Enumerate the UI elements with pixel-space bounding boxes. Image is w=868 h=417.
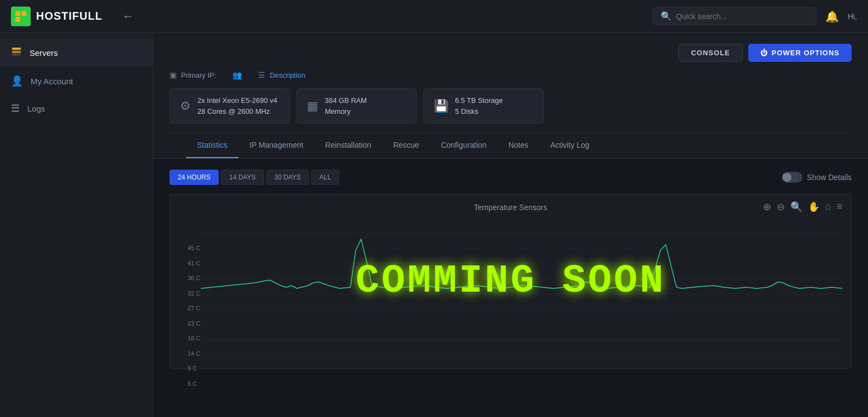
- toggle-knob: [783, 173, 791, 182]
- primary-ip-label: Primary IP:: [181, 71, 216, 79]
- menu-icon[interactable]: ≡: [836, 201, 842, 213]
- svg-rect-0: [15, 11, 20, 16]
- power-options-button[interactable]: ⏻ POWER OPTIONS: [748, 44, 852, 62]
- notification-bell-icon[interactable]: 🔔: [825, 10, 839, 23]
- logo: HOSTIFULL: [11, 7, 102, 26]
- svg-rect-4: [12, 48, 21, 50]
- server-info-row: ▣ Primary IP: 👥 ☰ Description: [170, 71, 852, 88]
- search-input[interactable]: [676, 12, 808, 21]
- stats-time-row: 24 HOURS 14 DAYS 30 DAYS ALL Show Detail…: [170, 170, 852, 185]
- svg-rect-6: [12, 54, 21, 55]
- tab-statistics[interactable]: Statistics: [186, 133, 238, 158]
- svg-rect-2: [15, 17, 20, 22]
- sidebar-servers-label: Servers: [30, 48, 58, 57]
- nav-right: 🔍 🔔 Hi,: [653, 7, 857, 25]
- ip-icon: ▣: [170, 71, 177, 79]
- statistics-content: 24 HOURS 14 DAYS 30 DAYS ALL Show Detail…: [153, 159, 868, 380]
- tab-notes[interactable]: Notes: [497, 133, 539, 158]
- storage-spec-line2: 5 Disks: [455, 106, 503, 117]
- zoom-out-icon[interactable]: ⊖: [777, 201, 785, 213]
- tab-rescue[interactable]: Rescue: [382, 133, 430, 158]
- storage-icon: 💾: [434, 99, 448, 113]
- chart-toolbar: ⊕ ⊖ 🔍 ✋ ⌂ ≡: [763, 201, 842, 213]
- cpu-spec-card: ⚙ 2x Intel Xeon E5-2690 v4 28 Cores @ 26…: [170, 88, 290, 124]
- ram-icon: ▦: [307, 99, 318, 113]
- y-label-9: 9 C: [188, 365, 209, 372]
- description-icon: ☰: [258, 71, 265, 79]
- tab-activity-log[interactable]: Activity Log: [539, 133, 601, 158]
- time-buttons: 24 HOURS 14 DAYS 30 DAYS ALL: [170, 170, 339, 185]
- sidebar: Servers 👤 My Account ☰ Logs: [0, 33, 153, 417]
- time-btn-14d[interactable]: 14 DAYS: [221, 170, 264, 185]
- temperature-chart: [201, 217, 842, 360]
- show-details-label: Show Details: [807, 173, 852, 182]
- tab-ip-management[interactable]: IP Management: [238, 133, 314, 158]
- search-box[interactable]: 🔍: [653, 7, 817, 25]
- cpu-spec-line1: 2x Intel Xeon E5-2690 v4: [197, 95, 277, 106]
- account-icon: 👤: [11, 75, 23, 87]
- chart-container: COMMING SOON ⊕ ⊖ 🔍 ✋ ⌂ ≡ Temperature Sen…: [170, 194, 852, 369]
- time-btn-all[interactable]: ALL: [311, 170, 339, 185]
- main-layout: Servers 👤 My Account ☰ Logs CONSOLE ⏻ PO…: [0, 33, 868, 417]
- sidebar-item-logs[interactable]: ☰ Logs: [0, 95, 153, 122]
- sidebar-account-label: My Account: [31, 77, 73, 86]
- chart-title: Temperature Sensors: [179, 203, 842, 212]
- ram-spec-line1: 384 GB RAM: [325, 95, 367, 106]
- storage-spec-line1: 6.5 TB Storage: [455, 95, 503, 106]
- time-btn-30d[interactable]: 30 DAYS: [266, 170, 309, 185]
- show-details-toggle[interactable]: Show Details: [782, 172, 852, 183]
- zoom-icon[interactable]: 🔍: [790, 201, 802, 213]
- logs-icon: ☰: [11, 102, 20, 114]
- sidebar-item-servers[interactable]: Servers: [0, 38, 153, 67]
- console-button[interactable]: CONSOLE: [678, 44, 742, 62]
- main-content: CONSOLE ⏻ POWER OPTIONS ▣ Primary IP: 👥 …: [153, 33, 868, 417]
- time-btn-24h[interactable]: 24 HOURS: [170, 170, 219, 185]
- zoom-in-icon[interactable]: ⊕: [763, 201, 771, 213]
- svg-rect-3: [21, 17, 26, 22]
- server-actions: CONSOLE ⏻ POWER OPTIONS: [170, 44, 852, 71]
- tabs: Statistics IP Management Reinstallation …: [170, 132, 852, 158]
- back-button[interactable]: ←: [122, 9, 134, 24]
- cpu-spec-line2: 28 Cores @ 2600 MHz: [197, 106, 277, 117]
- sidebar-logs-label: Logs: [27, 104, 45, 113]
- logo-name: HOSTIFULL: [36, 10, 102, 22]
- tab-reinstallation[interactable]: Reinstallation: [314, 133, 382, 158]
- cpu-icon: ⚙: [180, 99, 191, 113]
- users-icon: 👥: [232, 71, 242, 79]
- sidebar-item-my-account[interactable]: 👤 My Account: [0, 67, 153, 95]
- search-icon: 🔍: [661, 11, 672, 21]
- server-specs: ⚙ 2x Intel Xeon E5-2690 v4 28 Cores @ 26…: [170, 88, 852, 132]
- show-details-toggle-switch[interactable]: [782, 172, 802, 183]
- description-link[interactable]: Description: [270, 71, 305, 79]
- primary-ip-info: ▣ Primary IP:: [170, 71, 216, 79]
- greeting-text: Hi,: [848, 12, 857, 21]
- home-icon[interactable]: ⌂: [825, 201, 831, 213]
- storage-spec-card: 💾 6.5 TB Storage 5 Disks: [423, 88, 544, 124]
- svg-rect-5: [12, 51, 21, 53]
- ram-spec-card: ▦ 384 GB RAM Memory: [296, 88, 417, 124]
- power-icon: ⏻: [760, 49, 768, 57]
- svg-rect-1: [21, 11, 26, 16]
- ram-spec-line2: Memory: [325, 106, 367, 117]
- top-nav: HOSTIFULL ← 🔍 🔔 Hi,: [0, 0, 868, 33]
- users-icon-info: 👥: [232, 71, 242, 79]
- chart-svg-area: [201, 217, 842, 360]
- tab-configuration[interactable]: Configuration: [430, 133, 497, 158]
- description-info[interactable]: ☰ Description: [258, 71, 305, 79]
- server-header: CONSOLE ⏻ POWER OPTIONS ▣ Primary IP: 👥 …: [153, 33, 868, 159]
- y-label-5: 5 C: [188, 380, 209, 387]
- logo-icon: [11, 7, 31, 26]
- servers-icon: [11, 46, 22, 60]
- pan-icon[interactable]: ✋: [808, 201, 820, 213]
